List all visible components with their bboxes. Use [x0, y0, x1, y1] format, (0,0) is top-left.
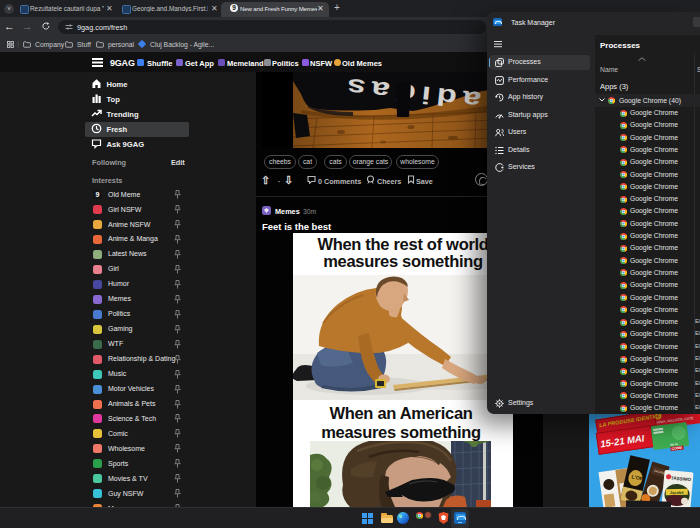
svg-text:When an American: When an American — [329, 404, 472, 422]
svg-text:measures something: measures something — [323, 252, 483, 270]
svg-text:measures something: measures something — [321, 423, 481, 441]
svg-text:When the rest of world: When the rest of world — [317, 235, 488, 253]
